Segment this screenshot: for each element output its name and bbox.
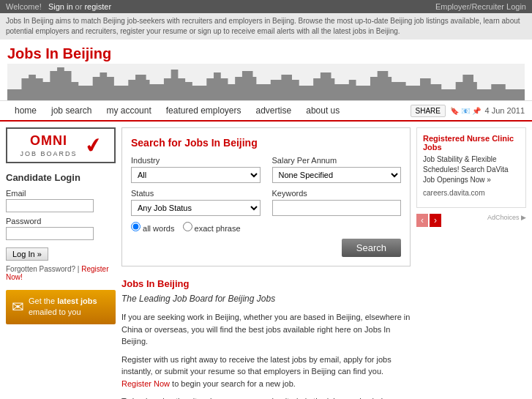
description-bar: Jobs In Beijing aims to match Beijing jo… <box>0 13 532 40</box>
nav-featured-employers[interactable]: featured employers <box>159 101 249 120</box>
employer-login-link[interactable]: Employer/Recruiter Login <box>435 2 526 11</box>
center-content: Search for Jobs In Beijing Industry All … <box>121 127 411 399</box>
all-words-option[interactable]: all words <box>131 224 177 233</box>
forgot-password-row: Forgotten Password? | Register Now! <box>6 265 116 281</box>
search-btn-row: Search <box>131 239 401 257</box>
keywords-field: Keywords <box>272 189 402 216</box>
status-field: Status Any Job Status <box>131 189 261 216</box>
salary-label: Salary Per Annum <box>272 156 402 165</box>
nav-left: home job search my account featured empl… <box>7 101 347 120</box>
logo-area: OMNI JOB BOARDS ✔ <box>6 127 116 163</box>
header: Jobs In Beijing <box>0 40 532 100</box>
content-area: Jobs In Beijing The Leading Job Board fo… <box>121 275 411 399</box>
email-icon: ✉ <box>12 297 24 317</box>
email-banner-text: Get the latest jobs emailed to you <box>29 296 97 318</box>
all-words-radio[interactable] <box>131 222 141 231</box>
keywords-input[interactable] <box>272 200 402 216</box>
email-signup-banner[interactable]: ✉ Get the latest jobs emailed to you <box>6 290 116 324</box>
content-heading: Jobs In Beijing <box>121 278 411 289</box>
navigation: home job search my account featured empl… <box>0 100 532 122</box>
register-link[interactable]: register <box>84 2 111 11</box>
top-bar: Welcome! Sign in or register Employer/Re… <box>0 0 532 13</box>
get-text: Get the <box>29 297 55 305</box>
ad-prev-button[interactable]: ‹ <box>416 214 428 227</box>
latest-jobs-text: latest jobs <box>57 297 97 305</box>
email-label: Email <box>6 189 116 198</box>
search-button[interactable]: Search <box>342 239 401 257</box>
logo-sub: JOB BOARDS <box>20 150 77 157</box>
keywords-label: Keywords <box>272 189 402 198</box>
email-field[interactable] <box>6 199 94 212</box>
nav-date: 4 Jun 2011 <box>485 106 525 115</box>
search-row-2: Status Any Job Status Keywords <box>131 189 401 216</box>
password-row: Password <box>6 217 116 240</box>
skyline-graphic <box>7 64 525 100</box>
share-icons: 🔖 📧 📌 <box>450 107 481 115</box>
password-label: Password <box>6 217 116 225</box>
candidate-login: Candidate Login Email Password Log In » … <box>6 172 116 281</box>
or-text: or <box>75 2 83 11</box>
ad-choices: AdChoices ▶ <box>487 214 526 227</box>
search-title: Search for Jobs In Beijing <box>131 137 401 149</box>
logo-text: OMNI JOB BOARDS <box>20 133 77 157</box>
content-para3: To begin using the site, choose your sea… <box>121 395 411 399</box>
nav-my-account[interactable]: my account <box>99 101 158 120</box>
search-row-1: Industry All Salary Per Annum None Speci… <box>131 156 401 183</box>
exact-phrase-radio[interactable] <box>183 222 192 231</box>
email-row: Email <box>6 189 116 212</box>
left-sidebar: OMNI JOB BOARDS ✔ Candidate Login Email … <box>6 127 116 399</box>
nav-advertise[interactable]: advertise <box>249 101 299 120</box>
nav-about-us[interactable]: about us <box>299 101 347 120</box>
welcome-text: Welcome! <box>6 2 42 11</box>
ad-title-link[interactable]: Registered Nurse Clinic Jobs <box>423 134 520 152</box>
emailed-text: emailed to you <box>29 307 81 316</box>
content-para1: If you are seeking work in Beijing, whet… <box>121 311 411 348</box>
status-select[interactable]: Any Job Status <box>131 200 261 216</box>
search-box: Search for Jobs In Beijing Industry All … <box>121 127 411 266</box>
industry-select[interactable]: All <box>131 167 261 183</box>
salary-select[interactable]: None Specified <box>272 167 402 183</box>
nav-job-search[interactable]: job search <box>44 101 99 120</box>
content-para2: Register with us right away to receive t… <box>121 354 411 390</box>
right-sidebar: Registered Nurse Clinic Jobs Job Stabili… <box>416 127 526 399</box>
description-text: Jobs In Beijing aims to match Beijing jo… <box>6 17 520 35</box>
ad-next-button[interactable]: › <box>430 214 441 227</box>
logo-brand: OMNI <box>20 133 77 149</box>
ad-box: Registered Nurse Clinic Jobs Job Stabili… <box>416 127 526 208</box>
register-now-content-link[interactable]: Register Now <box>121 379 170 388</box>
content-tagline: The Leading Job Board for Beijing Jobs <box>121 292 411 305</box>
main-layout: OMNI JOB BOARDS ✔ Candidate Login Email … <box>0 122 532 399</box>
exact-phrase-option[interactable]: exact phrase <box>183 224 241 233</box>
ad-source: careers.davita.com <box>423 188 520 198</box>
password-field[interactable] <box>6 227 94 240</box>
forgot-text: Forgotten Password? <box>6 265 75 273</box>
nav-right: SHARE 🔖 📧 📌 4 Jun 2011 <box>411 105 525 117</box>
signin-link[interactable]: Sign in <box>48 2 73 11</box>
checkmark-icon: ✔ <box>83 132 103 158</box>
site-title: Jobs In Beijing <box>7 45 525 62</box>
status-label: Status <box>131 189 261 198</box>
industry-label: Industry <box>131 156 261 165</box>
ad-description: Job Stability & Flexible Schedules! Sear… <box>423 154 520 185</box>
welcome-section: Welcome! Sign in or register <box>6 2 111 11</box>
search-options: all words exact phrase <box>131 222 401 233</box>
salary-field: Salary Per Annum None Specified <box>272 156 402 183</box>
login-button[interactable]: Log In » <box>6 247 48 261</box>
login-title: Candidate Login <box>6 172 116 183</box>
nav-home[interactable]: home <box>7 101 44 120</box>
ad-navigation: ‹ › AdChoices ▶ <box>416 214 526 227</box>
industry-field: Industry All <box>131 156 261 183</box>
share-button[interactable]: SHARE <box>411 105 446 117</box>
